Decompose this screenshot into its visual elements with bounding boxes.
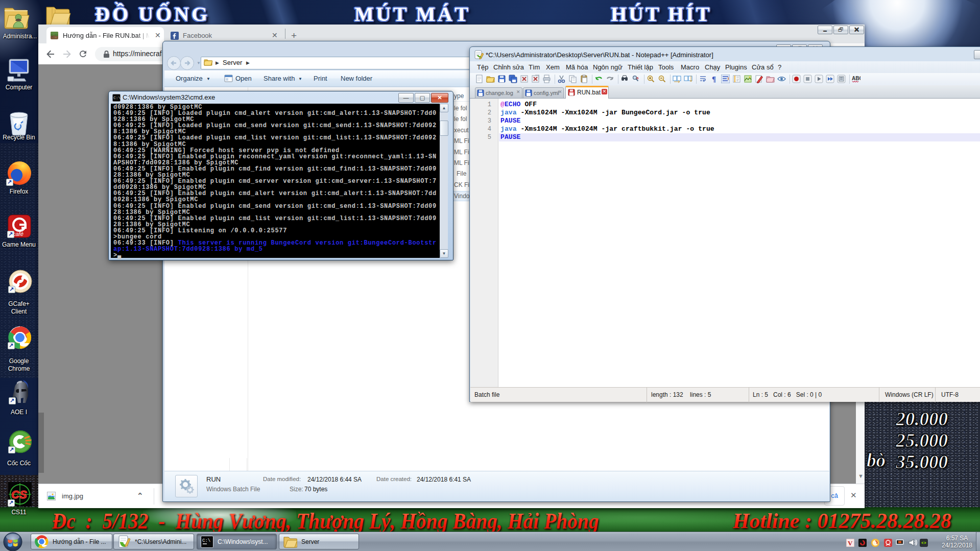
- svg-text:ABC: ABC: [852, 76, 861, 81]
- svg-text:C:\: C:\: [113, 95, 121, 100]
- svg-text:V: V: [848, 539, 853, 547]
- svg-text:C:\: C:\: [202, 538, 210, 543]
- svg-text:a: a: [636, 76, 639, 80]
- svg-text:¶: ¶: [712, 75, 716, 83]
- svg-text:café: café: [13, 231, 23, 237]
